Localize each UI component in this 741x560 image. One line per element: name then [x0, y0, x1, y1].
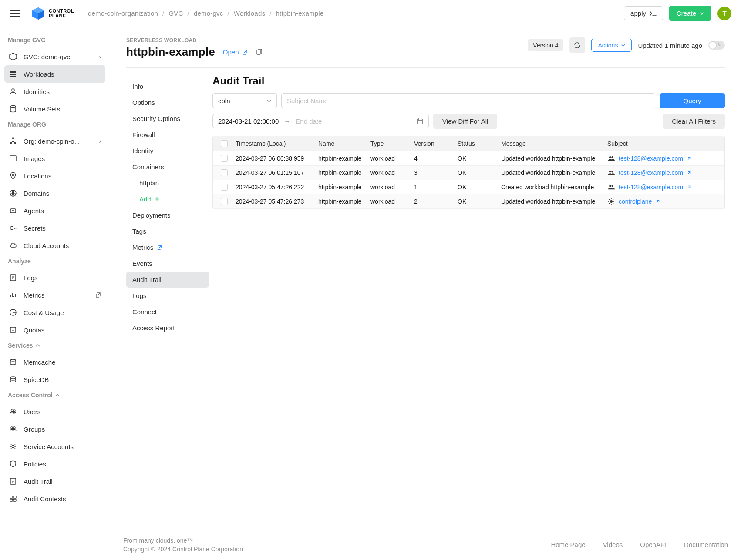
- select-all-checkbox[interactable]: [221, 140, 228, 147]
- subnav-connect[interactable]: Connect: [126, 304, 209, 320]
- external-link-icon[interactable]: [655, 199, 660, 204]
- footer-link-home[interactable]: Home Page: [551, 541, 585, 548]
- external-link-icon[interactable]: [687, 171, 691, 175]
- subnav-events[interactable]: Events: [126, 255, 209, 272]
- apply-button[interactable]: apply: [624, 6, 663, 20]
- subject-link[interactable]: test-128@example.com: [619, 169, 683, 176]
- create-button[interactable]: Create: [669, 6, 711, 21]
- subnav-access-report[interactable]: Access Report: [126, 320, 209, 336]
- copy-icon[interactable]: [256, 49, 263, 56]
- subnav-audit-trail[interactable]: Audit Trail: [126, 272, 209, 288]
- open-link[interactable]: Open: [223, 48, 248, 56]
- breadcrumb-workloads[interactable]: Workloads: [234, 10, 265, 17]
- cell-name: httpbin-example: [316, 169, 368, 176]
- subnav-container-httpbin[interactable]: httpbin: [126, 175, 209, 191]
- sidebar-item-workloads[interactable]: Workloads: [4, 65, 105, 83]
- query-button[interactable]: Query: [660, 93, 725, 108]
- sidebar-item-audit-trail[interactable]: Audit Trail: [4, 473, 105, 490]
- row-checkbox[interactable]: [221, 198, 228, 205]
- sidebar-item-identities[interactable]: Identities: [4, 83, 105, 100]
- sidebar-section-services[interactable]: Services: [4, 339, 105, 353]
- breadcrumb-gvc[interactable]: demo-gvc: [194, 10, 223, 17]
- table-row[interactable]: 2024-03-27 05:47:26.222httpbin-examplewo…: [213, 180, 724, 194]
- svg-point-22: [10, 359, 16, 361]
- sidebar-item-groups[interactable]: Groups: [4, 420, 105, 438]
- col-type[interactable]: Type: [368, 140, 411, 147]
- subject-link[interactable]: controlplane: [619, 198, 652, 205]
- date-range-picker[interactable]: 2024-03-21 02:00:00 → End date: [212, 114, 429, 128]
- refresh-button[interactable]: [569, 37, 585, 53]
- col-subject[interactable]: Subject: [605, 140, 719, 147]
- table-row[interactable]: 2024-03-27 06:06:38.959httpbin-examplewo…: [213, 151, 724, 166]
- subnav-identity[interactable]: Identity: [126, 143, 209, 159]
- sidebar-item-volume-sets[interactable]: Volume Sets: [4, 100, 105, 117]
- sidebar-item-secrets[interactable]: Secrets: [4, 219, 105, 237]
- cell-message: Updated workload httpbin-example: [498, 155, 605, 162]
- sidebar-item-domains[interactable]: Domains: [4, 184, 105, 202]
- sidebar-item-spicedb[interactable]: SpiceDB: [4, 371, 105, 388]
- subnav-containers[interactable]: Containers: [126, 159, 209, 175]
- subnav-logs[interactable]: Logs: [126, 288, 209, 304]
- subnav-info[interactable]: Info: [126, 78, 209, 94]
- col-timestamp[interactable]: Timestamp (Local): [233, 140, 316, 147]
- sidebar-item-memcache[interactable]: Memcache: [4, 353, 105, 371]
- col-version[interactable]: Version: [411, 140, 455, 147]
- actions-button[interactable]: Actions: [591, 39, 632, 52]
- table-row[interactable]: 2024-03-27 05:47:26.273httpbin-examplewo…: [213, 194, 724, 209]
- hamburger-icon[interactable]: [10, 8, 20, 19]
- external-link-icon: [157, 245, 162, 250]
- avatar[interactable]: T: [717, 7, 731, 20]
- table-row[interactable]: 2024-03-27 06:01:15.107httpbin-examplewo…: [213, 166, 724, 180]
- col-message[interactable]: Message: [498, 140, 605, 147]
- svg-point-26: [11, 427, 13, 429]
- row-checkbox[interactable]: [221, 155, 228, 162]
- footer-link-openapi[interactable]: OpenAPI: [640, 541, 667, 548]
- context-select[interactable]: cpln: [212, 93, 277, 108]
- subnav-options[interactable]: Options: [126, 94, 209, 111]
- sidebar-item-org[interactable]: Org: demo-cpln-o... ›: [4, 132, 105, 150]
- sidebar-section-manage-org: Manage ORG: [4, 117, 105, 132]
- subnav-firewall[interactable]: Firewall: [126, 127, 209, 143]
- subnav-metrics[interactable]: Metrics: [126, 239, 209, 255]
- view-diff-button[interactable]: View Diff For All: [433, 114, 497, 129]
- sidebar-item-images[interactable]: Images: [4, 150, 105, 167]
- sidebar-item-gvc[interactable]: GVC: demo-gvc ›: [4, 48, 105, 65]
- cell-name: httpbin-example: [316, 155, 368, 162]
- subject-name-input[interactable]: [281, 93, 655, 108]
- sidebar-item-cloud-accounts[interactable]: Cloud Accounts: [4, 237, 105, 254]
- subnav-add-container[interactable]: Add: [126, 191, 209, 207]
- svg-rect-35: [418, 119, 423, 124]
- cell-version: 1: [411, 184, 455, 191]
- col-name[interactable]: Name: [316, 140, 368, 147]
- sidebar-item-policies[interactable]: Policies: [4, 455, 105, 473]
- auto-refresh-toggle[interactable]: ⏾: [708, 41, 725, 50]
- sidebar-item-service-accounts[interactable]: Service Accounts: [4, 438, 105, 455]
- svg-point-16: [12, 210, 13, 211]
- col-status[interactable]: Status: [455, 140, 498, 147]
- subnav-deployments[interactable]: Deployments: [126, 207, 209, 223]
- sidebar-section-access-control[interactable]: Access Control: [4, 388, 105, 403]
- subnav-security-options[interactable]: Security Options: [126, 111, 209, 127]
- subnav-tags[interactable]: Tags: [126, 223, 209, 239]
- breadcrumb-org[interactable]: demo-cpln-organization: [88, 10, 158, 17]
- row-checkbox[interactable]: [221, 184, 228, 191]
- row-checkbox[interactable]: [221, 169, 228, 176]
- sidebar-item-users[interactable]: Users: [4, 403, 105, 420]
- external-link-icon[interactable]: [687, 156, 691, 161]
- sidebar-item-logs[interactable]: Logs: [4, 269, 105, 286]
- footer-link-docs[interactable]: Documentation: [684, 541, 728, 548]
- subject-link[interactable]: test-128@example.com: [619, 184, 683, 191]
- footer-link-videos[interactable]: Videos: [603, 541, 623, 548]
- clear-filters-button[interactable]: Clear All Filters: [663, 114, 725, 129]
- external-link-icon[interactable]: [687, 185, 691, 190]
- logo[interactable]: CONTROL PLANE: [31, 7, 74, 20]
- sidebar-item-cost-usage[interactable]: Cost & Usage: [4, 304, 105, 321]
- sidebar-item-audit-contexts[interactable]: Audit Contexts: [4, 490, 105, 507]
- logo-text: CONTROL PLANE: [49, 9, 74, 18]
- sidebar-item-locations[interactable]: Locations: [4, 167, 105, 184]
- sidebar-item-quotas[interactable]: Quotas: [4, 321, 105, 339]
- sidebar-item-metrics[interactable]: Metrics: [4, 286, 105, 304]
- sidebar-item-agents[interactable]: Agents: [4, 202, 105, 219]
- page-title: httpbin-example: [126, 45, 215, 59]
- subject-link[interactable]: test-128@example.com: [619, 155, 683, 162]
